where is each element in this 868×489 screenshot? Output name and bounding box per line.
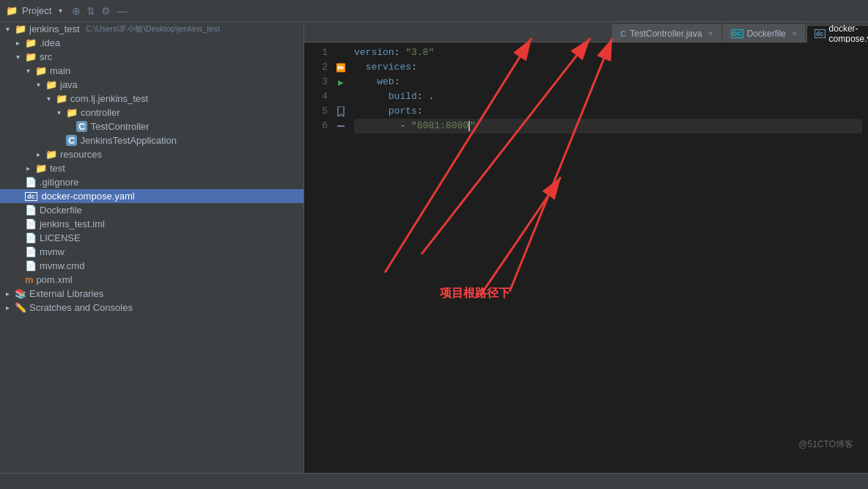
code-string: "3.8" <box>405 45 434 60</box>
expand-arrow: ▾ <box>23 67 32 75</box>
sync-icon[interactable]: ⇅ <box>87 5 95 17</box>
expand-arrow: ▾ <box>13 53 22 61</box>
main-area: ▾ 📁 jenkins_test C:\Users\罗小敏\Desktop\je… <box>0 22 868 473</box>
tab-label: docker-compose.yaml <box>829 23 868 44</box>
folder-icon: 📁 <box>25 37 37 48</box>
line-num-6: 6 <box>304 119 328 133</box>
tree-item-external-libs[interactable]: ▸ 📚 External Libraries <box>0 287 304 301</box>
tree-item-controller[interactable]: ▾ 📁 controller <box>0 106 304 120</box>
line-num-4: 4 <box>304 89 328 104</box>
java-file-icon: C <box>66 135 77 146</box>
tree-item-pom[interactable]: m pom.xml <box>0 273 304 287</box>
tree-item-license[interactable]: 📄 LICENSE <box>0 231 304 245</box>
code-indent <box>354 60 366 75</box>
no-arrow <box>13 276 22 284</box>
expand-arrow: ▸ <box>3 290 12 298</box>
scratch-icon: ✏️ <box>15 302 26 313</box>
item-label: .idea <box>40 37 60 48</box>
item-label: mvnw.cmd <box>40 260 84 271</box>
tree-item-resources[interactable]: ▸ 📁 resources <box>0 147 304 161</box>
tab-dockerfile[interactable]: DC Dockerfile × <box>723 24 805 42</box>
no-arrow <box>13 206 22 214</box>
tree-item-jenkins-iml[interactable]: 📄 jenkins_test.iml <box>0 217 304 231</box>
no-arrow <box>65 122 73 130</box>
code-indent <box>354 119 400 133</box>
folder-icon: 📁 <box>56 93 67 104</box>
gutter-1 <box>334 45 348 60</box>
tree-item-scratches[interactable]: ▸ ✏️ Scratches and Consoles <box>0 301 304 315</box>
no-arrow <box>54 136 63 144</box>
item-label: docker-compose.yaml <box>42 191 135 202</box>
no-arrow <box>13 234 22 242</box>
no-arrow <box>13 262 22 270</box>
folder-icon: 📁 <box>15 23 26 34</box>
gutter-3[interactable]: ▶ <box>334 75 348 89</box>
code-keyword: ports <box>389 104 417 119</box>
file-icon: 📄 <box>25 177 37 188</box>
code-colon: : <box>417 89 429 104</box>
tree-item-mvnw-cmd[interactable]: 📄 mvnw.cmd <box>0 259 304 273</box>
tab-close-icon[interactable]: × <box>708 29 713 39</box>
code-string-close: " <box>470 119 476 133</box>
tree-item-java-folder[interactable]: ▾ 📁 java <box>0 78 304 92</box>
project-dropdown-arrow[interactable]: ▾ <box>56 7 65 15</box>
tree-item-docker-compose[interactable]: dc docker-compose.yaml <box>0 189 304 203</box>
minus-indicator <box>336 122 345 130</box>
globe-icon[interactable]: ⊕ <box>72 5 81 17</box>
item-label: pom.xml <box>37 274 73 285</box>
gear-icon[interactable]: ⚙ <box>101 5 111 17</box>
folder-icon: 📁 <box>35 65 47 76</box>
tab-testcontroller[interactable]: C TestController.java × <box>612 24 721 42</box>
code-keyword: web <box>377 75 394 89</box>
dc-icon: dc <box>25 192 37 201</box>
expand-arrow: ▾ <box>3 25 12 33</box>
tree-item-idea[interactable]: ▸ 📁 .idea <box>0 36 304 50</box>
minimize-icon[interactable]: — <box>117 5 127 17</box>
tree-item-dockerfile[interactable]: 📄 Dockerfile <box>0 203 304 217</box>
code-line-1: version: "3.8" <box>354 45 862 60</box>
tree-item-testcontroller[interactable]: C TestController <box>0 120 304 133</box>
code-indent <box>354 89 389 104</box>
watermark: @51CTO博客 <box>798 438 853 451</box>
tab-close-icon[interactable]: × <box>792 29 797 39</box>
gutter-6 <box>334 119 348 133</box>
pom-icon: m <box>25 274 34 285</box>
title-bar-icons: ⊕ ⇅ ⚙ — <box>72 5 127 17</box>
no-arrow <box>13 192 22 200</box>
code-colon: : <box>394 45 406 60</box>
tab-bar: C TestController.java × DC Dockerfile × … <box>304 22 868 43</box>
code-string: "8081:8080 <box>411 119 468 133</box>
tree-item-test[interactable]: ▸ 📁 test <box>0 161 304 175</box>
code-area[interactable]: version: "3.8" services: web: build: . <box>348 43 868 473</box>
tree-item-mvnw[interactable]: 📄 mvnw <box>0 245 304 259</box>
tab-docker-compose[interactable]: dc docker-compose.yaml × <box>806 25 868 43</box>
no-arrow <box>13 248 22 256</box>
line-num-2: 2 <box>304 60 328 75</box>
project-label[interactable]: Project <box>22 5 51 16</box>
code-keyword: build <box>389 89 417 104</box>
editor-area: C TestController.java × DC Dockerfile × … <box>304 22 868 473</box>
tree-item-main[interactable]: ▾ 📁 main <box>0 64 304 78</box>
folder-icon: 📁 <box>45 79 57 90</box>
tree-item-gitignore[interactable]: 📄 .gitignore <box>0 175 304 189</box>
code-dash: - <box>400 119 411 133</box>
line-num-3: 3 <box>304 75 328 89</box>
tree-item-src[interactable]: ▾ 📁 src <box>0 50 304 64</box>
docker-tab-icon: DC <box>731 29 743 38</box>
no-arrow <box>13 178 22 186</box>
item-label: src <box>40 51 52 62</box>
code-line-5: ports: <box>354 104 862 119</box>
code-indent <box>354 75 377 89</box>
expand-arrow: ▾ <box>44 95 53 103</box>
code-line-2: services: <box>354 60 862 75</box>
no-arrow <box>13 220 22 228</box>
code-line-4: build: . <box>354 89 862 104</box>
tree-item-com-lj[interactable]: ▾ 📁 com.lj.jenkins_test <box>0 92 304 106</box>
tree-item-jenkins-test[interactable]: ▾ 📁 jenkins_test C:\Users\罗小敏\Desktop\je… <box>0 22 304 36</box>
external-lib-icon: 📚 <box>15 288 26 299</box>
tree-item-jenkinstestapp[interactable]: C JenkinsTestApplication <box>0 133 304 147</box>
code-line-3: web: <box>354 75 862 89</box>
dockerfile-icon: 📄 <box>25 205 37 216</box>
code-value: . <box>428 89 434 104</box>
tab-label: TestController.java <box>630 29 702 39</box>
